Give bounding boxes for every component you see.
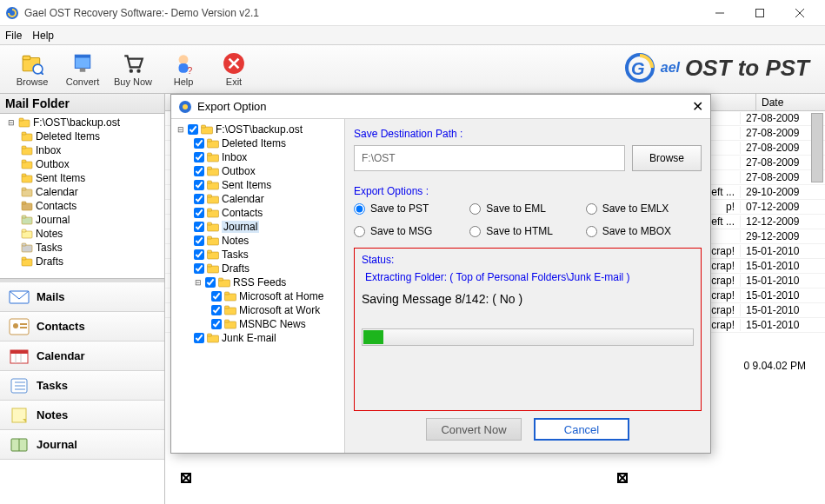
menu-file[interactable]: File (5, 30, 22, 42)
toolbar-exit[interactable]: Exit (209, 47, 259, 92)
tree-checkbox[interactable] (194, 249, 204, 260)
export-option-save to html[interactable]: Save to HTML (469, 225, 585, 237)
radio-input[interactable] (354, 203, 365, 215)
row-date: 27-08-2009 (740, 171, 809, 183)
export-tree-item[interactable]: MSNBC News (175, 317, 341, 331)
export-option-save to emlx[interactable]: Save to EMLX (586, 202, 702, 215)
scrollbar-thumb[interactable] (811, 113, 823, 182)
nav-notes[interactable]: Notes (0, 401, 164, 430)
unknown-marker-right (617, 473, 628, 483)
col-date-header[interactable]: Date (755, 94, 825, 110)
export-option-save to mbox[interactable]: Save to MBOX (586, 225, 702, 237)
tree-item[interactable]: Tasks (3, 241, 161, 255)
tree-item[interactable]: Deleted Items (3, 129, 161, 143)
tree-checkbox[interactable] (194, 194, 204, 204)
nav-mails[interactable]: Mails (0, 282, 164, 312)
tree-checkbox[interactable] (194, 166, 204, 176)
svg-rect-33 (22, 188, 26, 190)
export-tree-item[interactable]: Outbox (175, 164, 341, 178)
export-tree-item[interactable]: Tasks (175, 248, 341, 262)
toolbar-help[interactable]: ? Help (158, 47, 209, 92)
maximize-button[interactable] (740, 0, 780, 26)
tree-checkbox[interactable] (194, 263, 204, 274)
export-tree-item[interactable]: Deleted Items (175, 136, 341, 150)
menu-help[interactable]: Help (32, 30, 54, 42)
row-date: 15-01-2010 (740, 275, 809, 287)
tree-checkbox[interactable] (188, 124, 198, 135)
minimize-button[interactable] (700, 0, 740, 26)
toolbar-browse[interactable]: Browse (7, 47, 57, 92)
folder-tree[interactable]: ⊟F:\OST\backup.ostDeleted ItemsInboxOutb… (0, 114, 164, 279)
toolbar-convert[interactable]: Convert (57, 47, 108, 92)
status-saving: Saving Message 8/142: ( No ) (362, 292, 694, 306)
tree-checkbox[interactable] (194, 152, 204, 162)
dialog-close-icon[interactable]: ✕ (692, 98, 703, 115)
toolbar-buy[interactable]: Buy Now (108, 47, 158, 92)
nav-contacts[interactable]: Contacts (0, 312, 164, 342)
browse-icon (21, 52, 43, 75)
tree-checkbox[interactable] (194, 208, 204, 218)
export-tree-item[interactable]: Microsoft at Work (175, 303, 341, 317)
export-tree[interactable]: ⊟F:\OST\backup.ostDeleted ItemsInboxOutb… (171, 119, 345, 453)
row-date: 15-01-2010 (740, 289, 809, 302)
close-button[interactable] (780, 0, 820, 26)
export-tree-item[interactable]: Drafts (175, 262, 341, 275)
tree-item[interactable]: Drafts (3, 255, 161, 269)
tree-item[interactable]: Calendar (3, 185, 161, 199)
radio-input[interactable] (586, 203, 597, 215)
row-date: 15-01-2010 (740, 304, 809, 316)
cancel-button[interactable]: Cancel (534, 418, 629, 441)
export-tree-root[interactable]: ⊟F:\OST\backup.ost (175, 123, 341, 136)
tree-item[interactable]: Sent Items (3, 171, 161, 185)
export-tree-item[interactable]: Microsoft at Home (175, 289, 341, 303)
export-option-save to eml[interactable]: Save to EML (469, 202, 585, 215)
brand-prefix: ael (661, 60, 680, 76)
save-path-input[interactable]: F:\OST (354, 145, 625, 171)
tree-item[interactable]: Contacts (3, 199, 161, 213)
tree-checkbox[interactable] (211, 319, 222, 329)
toolbar-exit-label: Exit (226, 76, 242, 87)
export-tree-item[interactable]: Inbox (175, 150, 341, 164)
tree-checkbox[interactable] (194, 235, 204, 246)
tree-item[interactable]: Journal (3, 213, 161, 227)
row-date: 27-08-2009 (740, 127, 809, 139)
dialog-title: Export Option (197, 100, 267, 113)
nav-tasks[interactable]: Tasks (0, 371, 164, 401)
tree-checkbox[interactable] (194, 333, 204, 343)
tree-checkbox[interactable] (211, 305, 222, 315)
tree-root[interactable]: ⊟F:\OST\backup.ost (3, 116, 161, 129)
export-tree-item[interactable]: Sent Items (175, 178, 341, 192)
export-tree-item[interactable]: Notes (175, 234, 341, 248)
svg-rect-73 (208, 195, 212, 197)
export-option-save to pst[interactable]: Save to PST (354, 202, 469, 215)
svg-rect-57 (12, 408, 26, 422)
toolbar-buy-label: Buy Now (114, 76, 152, 87)
tree-checkbox[interactable] (194, 180, 204, 190)
calendar-icon (9, 347, 30, 366)
tree-item[interactable]: Notes (3, 227, 161, 241)
nav-label: Notes (37, 408, 68, 421)
tree-checkbox[interactable] (205, 277, 216, 288)
exit-icon (223, 52, 245, 75)
tree-item[interactable]: Inbox (3, 143, 161, 157)
browse-button[interactable]: Browse (632, 145, 702, 171)
nav-calendar[interactable]: Calendar (0, 342, 164, 371)
nav-journal[interactable]: Journal (0, 430, 164, 460)
tree-item[interactable]: Outbox (3, 157, 161, 171)
export-tree-item[interactable]: Contacts (175, 206, 341, 220)
export-tree-item[interactable]: Junk E-mail (175, 331, 341, 345)
export-tree-item[interactable]: ⊟RSS Feeds (175, 275, 341, 289)
option-label: Save to MBOX (602, 225, 671, 237)
radio-input[interactable] (586, 226, 597, 237)
tree-checkbox[interactable] (194, 138, 204, 149)
radio-input[interactable] (469, 203, 481, 215)
tree-checkbox[interactable] (194, 222, 204, 232)
export-option-save to msg[interactable]: Save to MSG (354, 225, 469, 237)
radio-input[interactable] (469, 226, 481, 237)
export-tree-item[interactable]: Calendar (175, 192, 341, 206)
nav-label: Mails (37, 290, 65, 303)
radio-input[interactable] (354, 226, 365, 237)
tree-checkbox[interactable] (211, 291, 222, 302)
export-tree-item[interactable]: Journal (175, 220, 341, 234)
convert-now-button[interactable]: Convert Now (426, 418, 522, 441)
